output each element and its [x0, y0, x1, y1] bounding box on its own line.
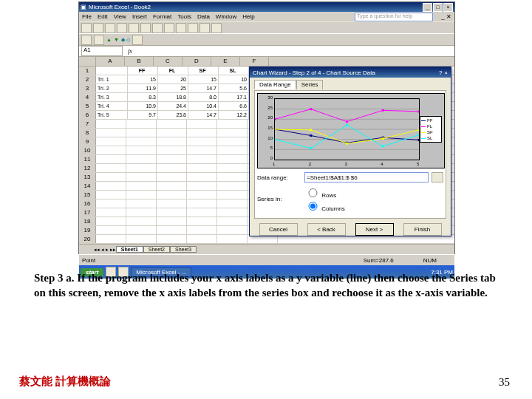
fx-label[interactable]: fx: [125, 48, 135, 55]
slide-footer-left: 蔡文能 計算機概論: [19, 375, 111, 389]
tab-data-range[interactable]: Data Range: [254, 80, 296, 89]
standard-toolbar: [79, 22, 454, 34]
cut-icon[interactable]: [140, 23, 151, 33]
sheet-tab-2[interactable]: Sheet2: [143, 246, 170, 253]
menu-format[interactable]: Format: [153, 13, 171, 20]
dialog-title: Chart Wizard - Step 2 of 4 - Chart Sourc…: [253, 69, 375, 76]
close-button[interactable]: ×: [443, 3, 453, 12]
chart-wizard-icon[interactable]: [211, 23, 222, 33]
name-box[interactable]: A1: [81, 46, 123, 56]
new-icon[interactable]: [81, 23, 92, 33]
radio-columns[interactable]: Columns: [304, 200, 349, 212]
copy-icon[interactable]: [152, 23, 163, 33]
series-in-label: Series in:: [257, 196, 301, 202]
save-icon[interactable]: [105, 23, 115, 33]
chart-preview: FFFLSFSL 05101520253012345: [257, 93, 445, 168]
menu-insert[interactable]: Insert: [132, 13, 147, 20]
radio-rows[interactable]: Rows: [304, 186, 349, 199]
status-numlock: NUM: [423, 257, 437, 264]
column-headers: A B C D E F: [79, 57, 454, 66]
secondary-toolbar: ▲▼ ◆ ◇: [79, 34, 454, 46]
excel-window: ▣ Microsoft Excel - Book2 _ □ × File Edi…: [78, 1, 455, 254]
status-sum: Sum=287.6: [364, 257, 394, 264]
slide-caption: Step 3 a. If the program includes your x…: [34, 270, 498, 301]
dialog-help-icon[interactable]: ?: [439, 69, 442, 76]
undo-icon[interactable]: [176, 23, 186, 33]
finish-button[interactable]: Finish: [403, 223, 442, 236]
menu-window[interactable]: Window: [216, 13, 236, 20]
tool-icon[interactable]: [81, 35, 92, 45]
chart-legend: FFFLSFSL: [420, 116, 442, 143]
preview-icon[interactable]: [129, 23, 139, 33]
tab-series[interactable]: Series: [296, 80, 324, 89]
print-icon[interactable]: [117, 23, 127, 33]
redo-icon[interactable]: [188, 23, 198, 33]
title-bar: ▣ Microsoft Excel - Book2 _ □ ×: [79, 2, 454, 12]
sheet-tab-3[interactable]: Sheet3: [170, 246, 197, 253]
formula-bar: A1 fx: [79, 46, 454, 57]
menu-data[interactable]: Data: [197, 13, 210, 20]
menu-file[interactable]: File: [82, 13, 92, 20]
back-button[interactable]: < Back: [307, 223, 346, 236]
range-selector-icon[interactable]: [432, 172, 443, 183]
chart-wizard-dialog: Chart Wizard - Step 2 of 4 - Chart Sourc…: [249, 66, 451, 236]
sort-icon[interactable]: [200, 23, 210, 33]
app-icon: ▣: [81, 4, 86, 10]
open-icon[interactable]: [93, 23, 103, 33]
col-b[interactable]: B: [125, 57, 154, 66]
menu-view[interactable]: View: [114, 13, 126, 20]
menu-help[interactable]: Help: [242, 13, 254, 20]
data-range-input[interactable]: [304, 172, 429, 183]
cancel-button[interactable]: Cancel: [259, 223, 298, 236]
slide-number: 35: [499, 376, 510, 389]
col-a[interactable]: A: [96, 57, 125, 66]
app-title: Microsoft Excel - Book2: [89, 4, 151, 10]
select-all[interactable]: [79, 57, 96, 66]
paste-icon[interactable]: [164, 23, 174, 33]
next-button[interactable]: Next >: [355, 223, 394, 236]
sheet-tabs: ◂◂ ◂ ▸ ▸▸ Sheet1 Sheet2 Sheet3: [79, 244, 454, 254]
minimize-button[interactable]: _: [423, 3, 432, 12]
dialog-close-icon[interactable]: ×: [444, 69, 448, 76]
help-search[interactable]: Type a question for help: [355, 13, 433, 21]
spreadsheet-grid[interactable]: 1FFFLSFSL2Tri. 1152015103Tri. 211.92514.…: [79, 66, 454, 244]
sheet-tab-1[interactable]: Sheet1: [116, 246, 143, 253]
data-range-label: Data range:: [257, 174, 301, 181]
menu-bar: File Edit View Insert Format Tools Data …: [79, 12, 454, 22]
col-c[interactable]: C: [154, 57, 183, 66]
menu-edit[interactable]: Edit: [98, 13, 108, 20]
status-bar: Point Sum=287.6 NUM: [79, 254, 454, 265]
maximize-button[interactable]: □: [433, 3, 443, 12]
col-f[interactable]: F: [240, 57, 269, 66]
col-d[interactable]: D: [183, 57, 211, 66]
tool-icon[interactable]: [132, 35, 143, 45]
col-e[interactable]: E: [211, 57, 240, 66]
menu-tools[interactable]: Tools: [177, 13, 191, 20]
dialog-titlebar: Chart Wizard - Step 2 of 4 - Chart Sourc…: [250, 67, 451, 78]
tool-icon[interactable]: [94, 35, 104, 45]
status-mode: Point: [82, 257, 95, 264]
